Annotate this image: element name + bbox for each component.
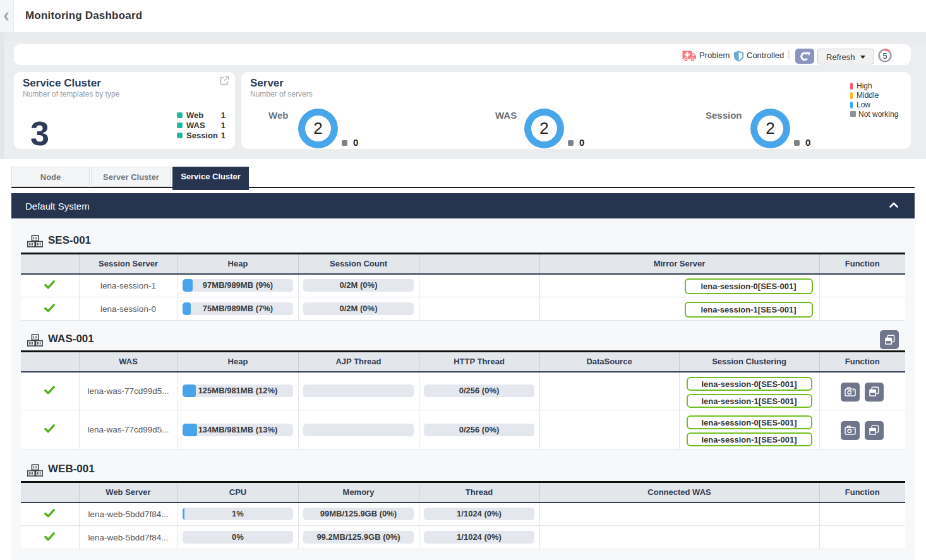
svg-text:5: 5 [882,51,887,61]
